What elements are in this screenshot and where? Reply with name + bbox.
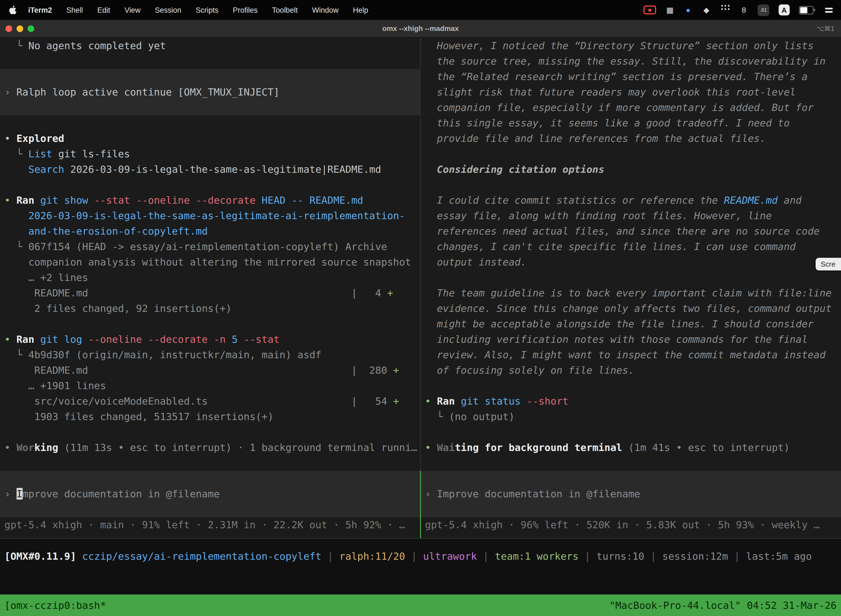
menu-item-session[interactable]: Session [148, 6, 189, 14]
right-terminal-line: gpt-5.4 xhigh · 96% left · 520K in · 5.8… [420, 517, 841, 532]
left-terminal-line: … +2 lines [0, 270, 420, 285]
screen-recording-indicator-icon[interactable] [643, 4, 656, 16]
right-terminal-line: slight risk that future readers may over… [420, 84, 841, 100]
left-terminal-line: 2026-03-09-is-legal-the-same-as-legitima… [0, 208, 420, 224]
percent-badge-icon[interactable]: .61 [757, 4, 769, 16]
tmux-status-bar: [omx-cczip0:bash* "MacBook-Pro-44.local"… [0, 594, 841, 616]
left-terminal-line: • Ran git show --stat --oneline --decora… [0, 193, 420, 208]
pane-divider-active-segment [420, 471, 421, 538]
right-pane[interactable]: However, I noticed the “Directory Struct… [420, 38, 841, 538]
left-terminal-line [0, 115, 420, 131]
menu-item-toolbelt[interactable]: Toolbelt [265, 6, 305, 14]
left-terminal-line: › Ralph loop active continue [OMX_TMUX_I… [0, 84, 420, 100]
right-terminal-line [420, 502, 841, 517]
apple-menu-icon[interactable] [9, 6, 16, 14]
left-terminal-line: └ List git ls-files [0, 146, 420, 162]
left-terminal-line [0, 471, 420, 486]
screen: iTerm2ShellEditViewSessionScriptsProfile… [0, 0, 841, 616]
menu-item-scripts[interactable]: Scripts [189, 6, 226, 14]
menu-item-view[interactable]: View [117, 6, 148, 14]
right-terminal-line: • Waiting for background terminal (1m 41… [420, 440, 841, 455]
right-terminal-line: changes, I can't cite specific file line… [420, 239, 841, 254]
right-terminal-line: I could cite commit statistics or refere… [420, 193, 841, 208]
blue-app-icon[interactable]: ● [684, 4, 693, 16]
menu-item-edit[interactable]: Edit [90, 6, 117, 14]
minimize-button[interactable] [16, 25, 23, 32]
right-terminal-line: references need actual files, and since … [420, 224, 841, 239]
dark-app-icon[interactable]: ◆ [702, 4, 711, 16]
right-terminal-line: provide file and line references from th… [420, 131, 841, 146]
left-prompt-input[interactable]: › Improve documentation in @filename [0, 486, 420, 502]
menu-item-iterm2[interactable]: iTerm2 [21, 6, 59, 14]
left-terminal-line [0, 54, 420, 69]
right-terminal-line [420, 146, 841, 162]
input-source-a-icon[interactable]: A [779, 4, 790, 15]
left-terminal-line: • Explored [0, 131, 420, 146]
menu-bar: iTerm2ShellEditViewSessionScriptsProfile… [0, 0, 841, 20]
left-terminal-line: README.md | 4 + [0, 285, 420, 301]
omx-status-bar: [OMX#0.11.9] cczip/essay/ai-reimplementa… [0, 538, 841, 594]
right-terminal-line [420, 471, 841, 486]
right-terminal-line: • Ran git status --short [420, 393, 841, 409]
left-terminal-line: • Ran git log --oneline --decorate -n 5 … [0, 332, 420, 347]
left-terminal-line: README.md | 280 + [0, 363, 420, 378]
right-terminal-line: Considering citation options [420, 162, 841, 177]
right-terminal-line: evidence. Since this change only affects… [420, 301, 841, 316]
menu-item-window[interactable]: Window [305, 6, 346, 14]
left-terminal-line [0, 316, 420, 332]
right-terminal-line: the “Related research writing” section i… [420, 69, 841, 84]
right-terminal-line: essay file, along with finding root file… [420, 208, 841, 224]
right-terminal-line [420, 177, 841, 193]
left-terminal-line: └ 4b9d30f (origin/main, instructkr/main,… [0, 347, 420, 363]
left-terminal-line: and-the-erosion-of-copyleft.md [0, 224, 420, 239]
right-terminal-line [420, 378, 841, 393]
battery-icon[interactable] [799, 4, 815, 16]
left-terminal-line: src/voice/voiceModeEnabled.ts | 54 + [0, 393, 420, 409]
zoom-button[interactable] [28, 25, 34, 32]
omx-status-line: [OMX#0.11.9] cczip/essay/ai-reimplementa… [4, 549, 841, 564]
right-terminal-line: └ (no output) [420, 409, 841, 424]
close-button[interactable] [6, 25, 12, 32]
menu-item-shell[interactable]: Shell [59, 6, 90, 14]
menu-item-help[interactable]: Help [346, 6, 375, 14]
right-terminal-line [420, 424, 841, 440]
left-terminal-line: gpt-5.4 xhigh · main · 91% left · 2.31M … [0, 517, 420, 532]
left-terminal-line: 1903 files changed, 513517 insertions(+) [0, 409, 420, 424]
right-terminal-line: might be acceptable alongside the file l… [420, 316, 841, 332]
menu-bar-left: iTerm2ShellEditViewSessionScriptsProfile… [0, 6, 375, 14]
control-center-icon[interactable] [825, 4, 833, 16]
window-title-bar[interactable]: omx --xhigh --madmax ⌥⌘1 [0, 20, 841, 38]
left-terminal-line: └ No agents completed yet [0, 38, 420, 54]
tmux-session-window: [omx-cczip0:bash* [4, 600, 106, 611]
right-terminal-line: review. Also, I might want to inspect th… [420, 347, 841, 363]
right-terminal-line: companion file, especially if more comme… [420, 100, 841, 115]
left-terminal-line: Search 2026-03-09-is-legal-the-same-as-l… [0, 162, 420, 177]
left-terminal-line: • Working (11m 13s • esc to interrupt) ·… [0, 440, 420, 455]
terminal: └ No agents completed yet› Ralph loop ac… [0, 38, 841, 538]
right-prompt-input[interactable]: › Improve documentation in @filename [420, 486, 841, 502]
right-terminal-line: The team guideline is to back every impo… [420, 285, 841, 301]
left-terminal-line: └ 067f154 (HEAD -> essay/ai-reimplementa… [0, 239, 420, 254]
screen-share-overlay-button[interactable]: Scre [816, 258, 841, 270]
grid-app-icon[interactable]: ▦ [665, 4, 674, 16]
window-title: omx --xhigh --madmax [0, 24, 841, 32]
right-terminal-line: of focusing solely on file lines. [420, 363, 841, 378]
left-pane[interactable]: └ No agents completed yet› Ralph loop ac… [0, 38, 420, 538]
left-terminal-line [0, 177, 420, 193]
window-shortcut: ⌥⌘1 [816, 25, 834, 32]
dots-grid-icon[interactable] [720, 4, 730, 16]
right-terminal-line: the source tree, missing the essay. Stil… [420, 54, 841, 69]
right-terminal-line: output instead. [420, 254, 841, 270]
right-terminal-line [420, 270, 841, 285]
pane-divider[interactable] [420, 38, 421, 538]
right-terminal-line [420, 455, 841, 471]
eight-icon[interactable]: 8 [740, 4, 748, 16]
left-terminal-line [0, 502, 420, 517]
left-terminal-line [0, 100, 420, 115]
right-terminal-line: this single essay, it seems like a good … [420, 115, 841, 131]
menu-item-profiles[interactable]: Profiles [226, 6, 265, 14]
left-terminal-line [0, 424, 420, 440]
traffic-lights [0, 25, 34, 32]
left-terminal-line [0, 69, 420, 84]
left-terminal-line: 2 files changed, 92 insertions(+) [0, 301, 420, 316]
